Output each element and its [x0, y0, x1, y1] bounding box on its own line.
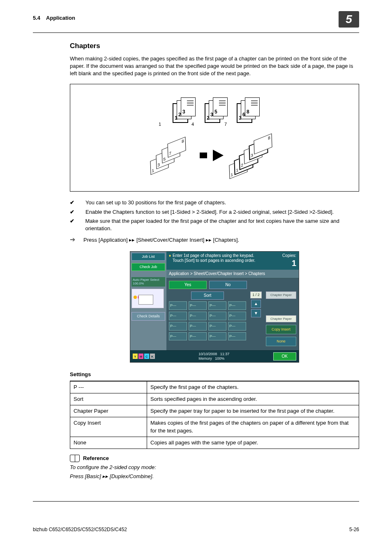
- diagram-iso-after: 1 13 24 6 37 8: [229, 133, 279, 178]
- diagram-stack: 3 6 8: [237, 97, 256, 122]
- hint-line-2: Touch [Sort] to sort pages in ascending …: [173, 258, 255, 263]
- diagram-caption: 1: [159, 121, 161, 127]
- breadcrumb: Application > Sheet/Cover/Chapter Insert…: [166, 270, 299, 278]
- check-icon: ✔: [70, 208, 77, 216]
- settings-val: Makes copies of the first pages of the c…: [147, 417, 359, 437]
- settings-key: None: [70, 437, 147, 449]
- none-button[interactable]: None: [266, 337, 296, 346]
- chapter-paper-label: Chapter Paper: [266, 291, 296, 299]
- diagram-iso-before: 1 3 56 78: [150, 133, 200, 178]
- footer-model: bizhub C652/C652DS/C552/C552DS/C452: [33, 526, 127, 533]
- status-time: 11:37: [220, 352, 230, 356]
- copies-value: 1: [282, 258, 296, 268]
- settings-table: P ---Specify the first page of the chapt…: [70, 381, 359, 449]
- check-icon: ✔: [70, 217, 77, 232]
- status-memory-value: 100%: [215, 356, 224, 361]
- check-icon: ✔: [70, 199, 77, 206]
- sort-button[interactable]: Sort: [191, 291, 224, 300]
- diagram-stack: 2 3 5: [205, 97, 224, 122]
- page-entry[interactable]: P---: [228, 322, 246, 331]
- note-item: Make sure that the paper loaded for the …: [85, 217, 359, 232]
- no-button[interactable]: No: [209, 281, 247, 289]
- settings-val: Specify the first page of the chapters.: [147, 381, 359, 393]
- chapters-diagram: 1 2 3 2 3 5 3 6 8: [70, 84, 359, 192]
- book-icon: [70, 455, 80, 462]
- note-item: You can set up to 30 positions for the f…: [85, 199, 226, 206]
- settings-val: Specify the paper tray for paper to be i…: [147, 405, 359, 417]
- reference-heading: Reference: [83, 455, 109, 462]
- footer-page: 5-26: [349, 526, 359, 533]
- job-list-button[interactable]: Job List: [131, 253, 165, 261]
- ok-button[interactable]: OK: [273, 352, 296, 361]
- arrow-right-icon: [200, 150, 229, 161]
- diagram-caption: 4: [191, 121, 194, 127]
- section-title: Application: [46, 15, 75, 21]
- page-entry[interactable]: P---: [228, 332, 246, 341]
- intro-paragraph: When making 2-sided copies, the pages sp…: [70, 55, 359, 78]
- diagram-stack: 1 2 3: [173, 97, 192, 122]
- page-entry[interactable]: P---: [169, 312, 187, 320]
- diagram-caption: 7: [224, 121, 227, 127]
- reference-line-1: To configure the 2-sided copy mode:: [70, 464, 359, 471]
- header-rule: [33, 32, 359, 33]
- chapter-badge: 5: [339, 11, 359, 28]
- check-job-button[interactable]: Check Job: [131, 263, 165, 271]
- toner-levels: Y M C K: [133, 354, 155, 359]
- page-entry[interactable]: P---: [208, 301, 226, 310]
- notes-list: ✔You can set up to 30 positions for the …: [70, 199, 359, 232]
- procedure-text: Press [Application] ▸▸ [Sheet/Cover/Chap…: [83, 236, 239, 244]
- settings-val: Copies all pages with the same type of p…: [147, 437, 359, 449]
- page-entry-grid: P--- P--- P--- P--- P--- P--- P--- P--- …: [169, 301, 246, 340]
- page-entry[interactable]: P---: [189, 312, 207, 320]
- page-entry[interactable]: P---: [189, 322, 207, 331]
- settings-val: Sorts specified pages in the ascending o…: [147, 393, 359, 405]
- page-entry[interactable]: P---: [208, 332, 226, 341]
- section-number: 5.4: [33, 15, 40, 21]
- page-entry[interactable]: P---: [189, 332, 207, 341]
- yes-button[interactable]: Yes: [169, 281, 207, 289]
- settings-heading: Settings: [70, 371, 359, 378]
- page-entry[interactable]: P---: [208, 312, 226, 320]
- status-date: 10/10/2008: [198, 352, 217, 356]
- copier-screen: Job List Check Job Auto Paper Select 100…: [130, 251, 299, 362]
- chapter-paper-value[interactable]: Chapter Paper: [266, 315, 296, 323]
- page-entry[interactable]: P---: [228, 312, 246, 320]
- settings-key: Copy Insert: [70, 417, 147, 437]
- preview-thumb: [131, 289, 164, 308]
- reference-line-2: Press [Basic] ▸▸ [Duplex/Combine].: [70, 473, 359, 480]
- check-details-button[interactable]: Check Details: [131, 312, 165, 321]
- page-entry[interactable]: P---: [169, 322, 187, 331]
- procedure-arrow-icon: ➔: [70, 236, 75, 244]
- note-item: Enable the Chapters function to set [1-S…: [85, 208, 334, 216]
- status-memory-label: Memory: [198, 356, 212, 361]
- settings-key: Sort: [70, 393, 147, 405]
- auto-paper-label: Auto Paper Select 100.0%: [131, 277, 165, 287]
- copy-insert-button[interactable]: Copy Insert: [266, 325, 296, 334]
- hint-line-1: Enter 1st page of chapters using the key…: [173, 253, 255, 258]
- page-entry[interactable]: P---: [228, 301, 246, 310]
- page-entry[interactable]: P---: [208, 322, 226, 331]
- copies-label: Copies:: [282, 253, 296, 258]
- footer-rule: [33, 501, 359, 502]
- page-up-button[interactable]: ▲: [251, 300, 261, 308]
- page-title: Chapters: [70, 41, 359, 51]
- grid-page-indicator: 1 / 2: [250, 291, 262, 298]
- page-entry[interactable]: P---: [189, 301, 207, 310]
- page-entry[interactable]: P---: [169, 301, 187, 310]
- bulb-icon: ♦: [169, 253, 171, 258]
- page-down-button[interactable]: ▼: [251, 309, 261, 317]
- page-entry[interactable]: P---: [169, 332, 187, 341]
- settings-key: P ---: [70, 381, 147, 393]
- settings-key: Chapter Paper: [70, 405, 147, 417]
